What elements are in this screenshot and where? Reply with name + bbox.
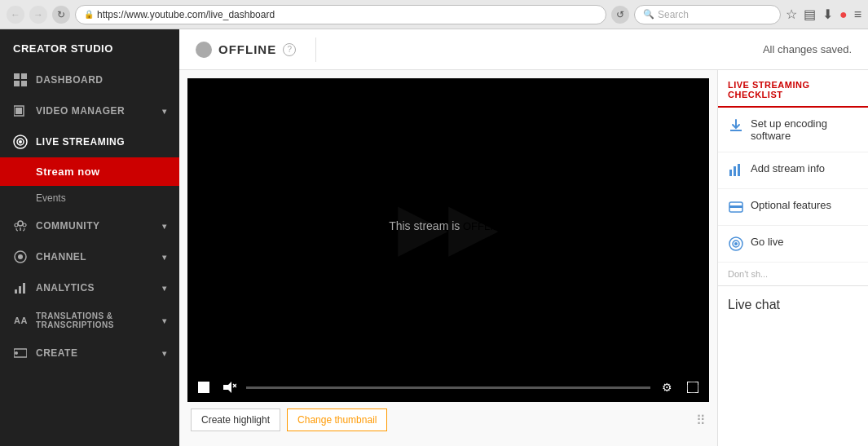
create-label: CREATE: [36, 347, 77, 359]
svg-point-19: [15, 351, 18, 355]
sidebar-item-live-streaming[interactable]: LIVE STREAMING: [0, 126, 179, 157]
events-label: Events: [36, 192, 66, 204]
live-streaming-label: LIVE STREAMING: [36, 136, 125, 148]
translations-chevron: ▾: [162, 316, 167, 325]
stop-button[interactable]: [194, 378, 214, 397]
sidebar-item-video-manager[interactable]: VIDEO MANAGER ▾: [0, 95, 179, 126]
svg-rect-0: [14, 73, 20, 79]
video-section: ▶▶ This stream is OFFLINE: [179, 70, 717, 446]
search-placeholder: Search: [658, 9, 689, 20]
svg-point-33: [734, 242, 738, 245]
checklist-item-stream-info[interactable]: Add stream info: [718, 152, 868, 189]
svg-point-11: [23, 223, 26, 227]
sidebar-item-channel[interactable]: CHANNEL ▾: [0, 241, 179, 272]
refresh-button[interactable]: ↻: [52, 6, 70, 24]
live-streaming-icon: [13, 135, 28, 149]
svg-rect-14: [15, 289, 17, 294]
sidebar-item-analytics[interactable]: ANALYTICS ▾: [0, 272, 179, 303]
checklist-item-encoding[interactable]: Set up encoding software: [718, 108, 868, 152]
video-player: ▶▶ This stream is OFFLINE: [187, 78, 709, 373]
optional-features-label: Optional features: [751, 199, 831, 211]
url-bar[interactable]: 🔒 https://www.youtube.com/live_dashboard: [75, 5, 606, 24]
svg-point-10: [15, 223, 18, 227]
back-button[interactable]: ←: [7, 6, 24, 24]
main-content: OFFLINE ? All changes saved. ▶▶ This str…: [179, 29, 868, 446]
extensions-icon[interactable]: ●: [839, 7, 848, 22]
svg-marker-21: [223, 382, 231, 393]
url-text: https://www.youtube.com/live_dashboard: [97, 9, 275, 20]
fullscreen-button[interactable]: [683, 378, 703, 397]
svg-point-8: [19, 140, 22, 144]
right-panel: LIVE STREAMING CHECKLIST Set up encoding…: [717, 70, 868, 446]
go-live-label: Go live: [751, 236, 783, 248]
sidebar-item-create[interactable]: CREATE ▾: [0, 338, 179, 369]
sidebar-item-events[interactable]: Events: [0, 186, 179, 210]
create-highlight-button[interactable]: Create highlight: [191, 408, 280, 431]
video-manager-icon: [13, 104, 28, 118]
offline-overlay: This stream is OFFLINE: [389, 219, 508, 232]
community-icon: [13, 219, 28, 233]
stream-status-line2: OFFLINE: [463, 220, 508, 232]
analytics-icon: [13, 280, 28, 295]
reload-button[interactable]: ↺: [611, 6, 629, 24]
svg-rect-1: [21, 73, 27, 79]
community-chevron: ▾: [162, 222, 167, 231]
dashboard-label: DASHBOARD: [36, 74, 104, 86]
settings-button[interactable]: ⚙: [657, 378, 676, 397]
encoding-label: Set up encoding software: [751, 117, 858, 142]
top-bar: OFFLINE ? All changes saved.: [179, 29, 868, 70]
checklist-item-optional[interactable]: Optional features: [718, 189, 868, 226]
offline-indicator: [196, 42, 212, 58]
sidebar-item-translations[interactable]: Aa TRANSLATIONS & TRANSCRIPTIONS ▾: [0, 303, 179, 338]
checklist-header: LIVE STREAMING CHECKLIST: [718, 70, 868, 108]
analytics-label: ANALYTICS: [36, 282, 95, 294]
forward-button[interactable]: →: [29, 6, 47, 24]
channel-chevron: ▾: [162, 253, 167, 262]
sidebar-item-stream-now[interactable]: Stream now: [0, 157, 179, 186]
history-icon[interactable]: ▤: [804, 7, 816, 22]
lock-icon: 🔒: [84, 10, 94, 19]
svg-rect-26: [729, 170, 732, 176]
stream-status-line1: This stream is: [389, 219, 460, 232]
dashboard-icon: [13, 73, 28, 87]
create-chevron: ▾: [162, 349, 167, 358]
video-progress-bar[interactable]: [246, 386, 650, 389]
svg-rect-20: [198, 382, 209, 393]
checklist-item-go-live[interactable]: Go live: [718, 226, 868, 263]
stream-now-label: Stream now: [36, 166, 100, 178]
card-icon: [728, 199, 744, 215]
svg-rect-27: [734, 166, 736, 176]
help-icon[interactable]: ?: [283, 43, 296, 56]
community-label: COMMUNITY: [36, 220, 100, 232]
search-icon: 🔍: [643, 9, 654, 20]
menu-icon[interactable]: ≡: [854, 7, 861, 22]
svg-rect-3: [21, 81, 27, 86]
sidebar-item-community[interactable]: COMMUNITY ▾: [0, 210, 179, 241]
channel-label: CHANNEL: [36, 251, 86, 263]
browser-search[interactable]: 🔍 Search: [634, 5, 781, 24]
sidebar-item-dashboard[interactable]: DASHBOARD: [0, 64, 179, 95]
change-thumbnail-button[interactable]: Change thumbnail: [287, 408, 387, 431]
bookmark-icon[interactable]: ☆: [786, 7, 797, 22]
svg-rect-28: [738, 164, 740, 176]
browser-chrome: ← → ↻ 🔒 https://www.youtube.com/live_das…: [0, 0, 868, 29]
translations-icon: Aa: [13, 313, 28, 328]
video-controls: ⚙: [187, 373, 709, 402]
svg-text:Aa: Aa: [14, 316, 27, 325]
svg-rect-15: [19, 286, 21, 294]
translations-label: TRANSLATIONS & TRANSCRIPTIONS: [36, 311, 154, 329]
dont-show-text: Don't sh...: [718, 263, 868, 285]
stream-info-label: Add stream info: [751, 162, 825, 174]
channel-icon: [13, 249, 28, 264]
sidebar: CREATOR STUDIO DASHBOARD VIDEO: [0, 29, 179, 446]
live-icon: [728, 236, 744, 252]
grid-view-icon[interactable]: ⠿: [696, 413, 706, 428]
svg-rect-5: [15, 108, 22, 114]
browser-toolbar: ☆ ▤ ⬇ ● ≡: [786, 7, 861, 22]
offline-status: OFFLINE: [218, 42, 276, 56]
sidebar-title: CREATOR STUDIO: [0, 29, 179, 64]
video-manager-label: VIDEO MANAGER: [36, 105, 125, 117]
download-browser-icon[interactable]: ⬇: [822, 7, 833, 22]
content-area: ▶▶ This stream is OFFLINE: [179, 70, 868, 446]
mute-button[interactable]: [220, 378, 240, 397]
